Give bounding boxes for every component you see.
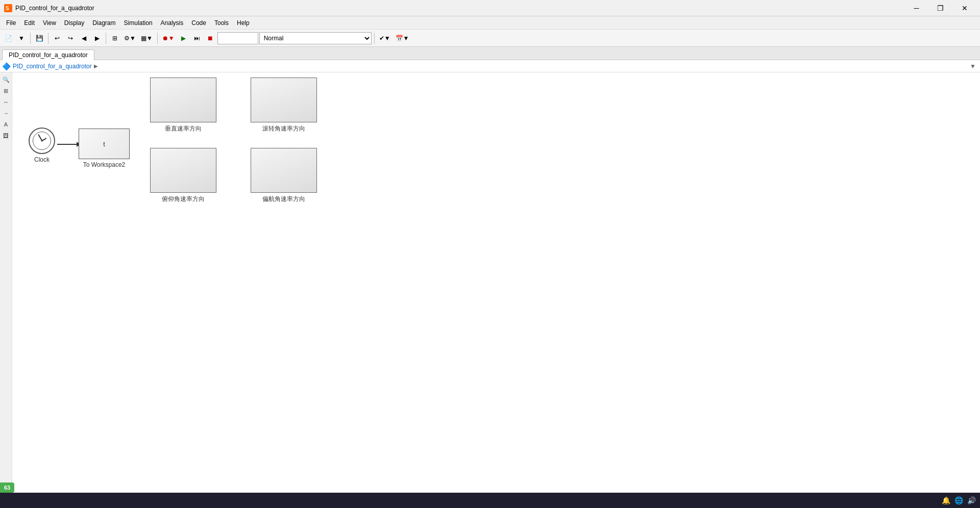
redo-button[interactable]: ↪ <box>64 32 77 45</box>
tab-label: PID_control_for_a_quadrotor <box>9 52 88 59</box>
scope-block-2[interactable]: 俯仰角速率方向 <box>150 148 216 204</box>
clock-block-label: Clock <box>34 156 50 163</box>
window-title: PID_control_for_a_quadrotor <box>15 5 94 12</box>
new-button[interactable]: 📄 <box>2 32 14 45</box>
scope-block-1[interactable]: 滚转角速率方向 <box>251 78 317 133</box>
open-button[interactable]: ▼ <box>15 32 28 45</box>
breadcrumb-model-name[interactable]: PID_control_for_a_quadrotor <box>13 63 92 70</box>
menu-display[interactable]: Display <box>60 18 88 28</box>
annotate-tool[interactable]: A <box>1 119 11 130</box>
close-button[interactable]: ✕ <box>953 1 976 15</box>
workspace-rect: t <box>79 129 130 159</box>
menu-tools[interactable]: Tools <box>210 18 233 28</box>
workspace-block-label: To Workspace2 <box>83 161 125 168</box>
scope-block-0[interactable]: 垂直速率方向 <box>150 78 216 133</box>
canvas-area[interactable]: Clock t To Workspace2 垂直速率方向 滚转角速率方向 <box>12 72 980 508</box>
tab-bar: PID_control_for_a_quadrotor <box>0 47 980 60</box>
app-icon: S <box>4 4 12 12</box>
scope-rect-3 <box>251 148 317 193</box>
image-tool[interactable]: 🖼 <box>1 131 11 141</box>
menu-simulation[interactable]: Simulation <box>120 18 157 28</box>
undo-button[interactable]: ↩ <box>51 32 63 45</box>
scope-rect-0 <box>150 78 216 122</box>
workspace-inner-text: t <box>103 140 105 148</box>
connect-tool[interactable]: → <box>1 108 11 118</box>
title-bar: S PID_control_for_a_quadrotor ─ ❐ ✕ <box>0 0 980 16</box>
scope-rect-1 <box>251 78 317 122</box>
menu-diagram[interactable]: Diagram <box>88 18 119 28</box>
settings-button[interactable]: ⚙▼ <box>122 32 138 45</box>
menu-help[interactable]: Help <box>233 18 254 28</box>
taskbar: 🔔 🌐 🔊 <box>0 493 980 508</box>
clock-center-dot <box>41 140 43 142</box>
pan-tool[interactable]: ↔ <box>1 97 11 107</box>
connector-line <box>57 144 77 145</box>
maximize-button[interactable]: ❐ <box>929 1 952 15</box>
scope-label-1: 滚转角速率方向 <box>262 124 305 133</box>
scope-rect-2 <box>150 148 216 193</box>
menu-analysis[interactable]: Analysis <box>157 18 188 28</box>
menu-file[interactable]: File <box>2 18 20 28</box>
layout-button[interactable]: ▦▼ <box>139 32 155 45</box>
left-sidebar: 🔍 ⊞ ↔ → A 🖼 <box>0 72 12 508</box>
breadcrumb-dropdown-button[interactable]: ▼ <box>968 61 978 71</box>
breadcrumb-bar: 🔷 PID_control_for_a_quadrotor ▶ ▼ <box>0 60 980 72</box>
taskbar-icons: 🔔 🌐 🔊 <box>942 496 976 504</box>
forward-button[interactable]: ▶ <box>91 32 103 45</box>
menu-edit[interactable]: Edit <box>20 18 39 28</box>
scope-label-3: 偏航角速率方向 <box>262 195 305 204</box>
window-controls: ─ ❐ ✕ <box>905 1 976 15</box>
sim-mode-select[interactable]: Normal Accelerator Rapid Accelerator <box>259 32 372 44</box>
bottom-badge: 63 <box>0 482 14 493</box>
back-button[interactable]: ◀ <box>78 32 90 45</box>
badge-text: 63 <box>4 485 10 491</box>
stop-button[interactable]: ⏹ <box>204 32 216 45</box>
run-button[interactable]: ▶ <box>178 32 190 45</box>
zoom-region-tool[interactable]: ⊞ <box>1 86 11 96</box>
clock-block[interactable]: Clock <box>29 128 55 163</box>
to-workspace-block[interactable]: t To Workspace2 <box>79 129 130 168</box>
sim-time-input[interactable]: 10.0 <box>217 32 258 44</box>
breadcrumb-model-icon: 🔷 <box>2 62 11 70</box>
tab-main[interactable]: PID_control_for_a_quadrotor <box>2 49 94 60</box>
save-button[interactable]: 💾 <box>33 32 45 45</box>
calendar-button[interactable]: 📅▼ <box>394 32 411 45</box>
taskbar-icon-2[interactable]: 🌐 <box>954 496 963 504</box>
menu-code[interactable]: Code <box>187 18 210 28</box>
step-forward-button[interactable]: ⏭ <box>191 32 203 45</box>
record-button[interactable]: ⏺▼ <box>160 32 177 45</box>
scope-block-3[interactable]: 偏航角速率方向 <box>251 148 317 204</box>
minimize-button[interactable]: ─ <box>905 1 928 15</box>
clock-symbol <box>29 128 55 154</box>
zoom-fit-tool[interactable]: 🔍 <box>1 74 11 85</box>
toolbar: 📄 ▼ 💾 ↩ ↪ ◀ ▶ ⊞ ⚙▼ ▦▼ ⏺▼ ▶ ⏭ ⏹ 10.0 Norm… <box>0 30 980 47</box>
svg-text:S: S <box>6 6 9 11</box>
clock-face <box>33 132 51 150</box>
menu-view[interactable]: View <box>39 18 60 28</box>
taskbar-icon-3[interactable]: 🔊 <box>967 496 976 504</box>
check-button[interactable]: ✔▼ <box>377 32 393 45</box>
fit-view-button[interactable]: ⊞ <box>109 32 121 45</box>
breadcrumb-arrow: ▶ <box>94 63 98 69</box>
menu-bar: File Edit View Display Diagram Simulatio… <box>0 16 980 30</box>
scope-label-0: 垂直速率方向 <box>165 124 202 133</box>
clock-to-workspace-connector <box>57 142 81 147</box>
scope-label-2: 俯仰角速率方向 <box>162 195 205 204</box>
main-area: 🔍 ⊞ ↔ → A 🖼 Clock <box>0 72 980 508</box>
taskbar-icon-1[interactable]: 🔔 <box>942 496 950 504</box>
